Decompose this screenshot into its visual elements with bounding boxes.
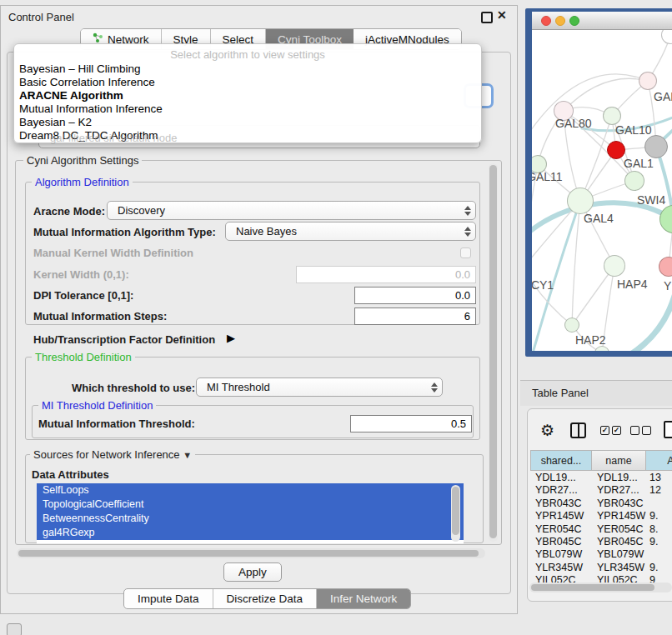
table-row[interactable]: YDR27... YDR27... 12 bbox=[530, 484, 672, 497]
settings-scrollbar-thumb[interactable] bbox=[489, 165, 497, 538]
cell: 12 bbox=[646, 484, 672, 497]
node-label: HAP2 bbox=[575, 333, 606, 347]
dropdown-item-selected[interactable]: ARACNE Algorithm bbox=[14, 89, 481, 102]
dropdown-prompt: Select algorithm to view settings bbox=[14, 47, 481, 62]
manual-kernel-checkbox[interactable] bbox=[460, 248, 471, 258]
select-all-checkboxes-icon[interactable]: ✓✓ bbox=[600, 426, 624, 441]
cell: YBL079W bbox=[530, 548, 592, 561]
mi-threshold-field[interactable]: 0.5 bbox=[350, 415, 472, 432]
attribute-item-selected[interactable]: SelfLoops bbox=[37, 483, 464, 498]
aracne-mode-value: Discovery bbox=[108, 204, 460, 217]
tab-discretize-data[interactable]: Discretize Data bbox=[213, 589, 318, 608]
document-icon[interactable] bbox=[664, 421, 672, 438]
column-header-name[interactable]: name bbox=[592, 450, 646, 471]
aracne-mode-label: Aracne Mode: bbox=[33, 205, 105, 218]
cell: 8. bbox=[646, 523, 672, 536]
cell: YDL19... bbox=[530, 472, 592, 484]
gear-icon[interactable]: ⚙ bbox=[540, 421, 554, 440]
mi-algorithm-type-value: Naive Bayes bbox=[226, 225, 460, 238]
cell: 9. bbox=[646, 562, 672, 574]
kernel-width-label: Kernel Width (0,1): bbox=[33, 268, 129, 281]
tab-label: Impute Data bbox=[138, 592, 199, 605]
table-row[interactable]: YBR043C YBR043C bbox=[530, 498, 672, 510]
manual-kernel-label: Manual Kernel Width Definition bbox=[33, 247, 193, 259]
cell: 9. bbox=[646, 536, 672, 548]
which-threshold-value: MI Threshold bbox=[197, 381, 427, 393]
dropdown-item[interactable]: Basic Correlation Inference bbox=[14, 76, 481, 89]
network-node-gal4[interactable] bbox=[567, 188, 594, 214]
network-node-gal10[interactable] bbox=[603, 107, 621, 125]
cell bbox=[646, 548, 672, 561]
dropdown-item[interactable]: Bayesian – K2 bbox=[14, 116, 481, 129]
attributes-scrollbar-thumb[interactable] bbox=[452, 487, 459, 535]
attribute-item-selected[interactable]: TopologicalCoefficient bbox=[37, 498, 464, 512]
apply-button[interactable]: Apply bbox=[223, 562, 282, 582]
cell: YBR043C bbox=[530, 498, 592, 510]
kernel-width-field[interactable]: 0.0 bbox=[296, 266, 476, 283]
table-hscrollbar-thumb[interactable] bbox=[531, 584, 654, 591]
aracne-mode-combo[interactable]: Discovery bbox=[107, 201, 476, 220]
tab-label: Discretize Data bbox=[227, 592, 303, 605]
table-hscrollbar-track[interactable] bbox=[529, 582, 672, 592]
attribute-item-selected[interactable]: gal4RGexp bbox=[37, 526, 464, 540]
dropdown-item[interactable]: Mutual Information Inference bbox=[14, 102, 481, 116]
table-row[interactable]: YPR145W YPR145W 9. bbox=[530, 510, 672, 522]
node-label: GAL10 bbox=[615, 123, 652, 137]
table-row[interactable]: YBR045C YBR045C 9. bbox=[530, 536, 672, 548]
zoom-traffic-light-icon[interactable] bbox=[569, 16, 579, 26]
collapse-arrow-icon[interactable]: ▼ bbox=[183, 450, 192, 460]
settings-group-title: Cyni Algorithm Settings bbox=[23, 154, 142, 167]
hub-definition-label[interactable]: Hub/Transcription Factor Definition bbox=[33, 333, 215, 346]
cell: YBR045C bbox=[530, 536, 592, 548]
unchecked-box-icon bbox=[630, 426, 639, 435]
dpi-tolerance-field[interactable]: 0.0 bbox=[354, 287, 476, 304]
mi-steps-field[interactable]: 6 bbox=[354, 308, 476, 325]
table-row[interactable]: YBL079W YBL079W bbox=[530, 548, 672, 561]
node-label: GAL bbox=[654, 90, 672, 103]
network-window-titlebar[interactable] bbox=[532, 12, 672, 30]
table-row[interactable]: YDL19... YDL19... 13 bbox=[530, 472, 672, 484]
network-node-gray[interactable] bbox=[644, 135, 668, 158]
dropdown-item[interactable]: Dream8 DC_TDC Algorithm bbox=[14, 129, 481, 142]
column-header-shared-name[interactable]: shared... bbox=[530, 450, 592, 471]
cell: YLR345W bbox=[592, 562, 646, 574]
sources-title-text: Sources for Network Inference bbox=[33, 448, 180, 461]
mi-algorithm-type-combo[interactable]: Naive Bayes bbox=[225, 222, 476, 241]
table-row[interactable]: YER054C YER054C 8. bbox=[530, 523, 672, 536]
tab-impute-data[interactable]: Impute Data bbox=[124, 589, 213, 608]
which-threshold-combo[interactable]: MI Threshold bbox=[196, 378, 443, 397]
split-columns-icon[interactable] bbox=[570, 422, 586, 438]
dropdown-item[interactable]: Bayesian – Hill Climbing bbox=[14, 62, 481, 76]
settings-scrollbar-track[interactable] bbox=[489, 163, 498, 542]
sources-title[interactable]: Sources for Network Inference ▼ bbox=[30, 448, 195, 461]
float-window-icon[interactable] bbox=[481, 12, 493, 23]
attribute-item-selected[interactable]: BetweennessCentrality bbox=[37, 512, 464, 526]
cell: YER054C bbox=[530, 523, 592, 536]
cell: YBL079W bbox=[592, 548, 646, 561]
network-node-hap4[interactable] bbox=[604, 255, 625, 277]
close-traffic-light-icon[interactable] bbox=[541, 16, 551, 26]
network-node[interactable] bbox=[639, 72, 657, 90]
cell: YPR145W bbox=[592, 510, 646, 522]
algorithm-dropdown-popup: Select algorithm to view settings Bayesi… bbox=[13, 43, 482, 143]
deselect-all-checkboxes-icon[interactable] bbox=[630, 426, 654, 441]
column-header-partial[interactable]: A bbox=[646, 450, 672, 471]
expander-arrow-icon[interactable]: ▶ bbox=[227, 332, 235, 344]
settings-hscrollbar-track[interactable] bbox=[17, 548, 485, 558]
which-threshold-label: Which threshold to use: bbox=[72, 382, 195, 394]
settings-hscrollbar-thumb[interactable] bbox=[18, 550, 479, 557]
network-node-gal1[interactable] bbox=[624, 171, 644, 191]
network-node-red[interactable] bbox=[607, 141, 625, 159]
mi-threshold-definition-title: MI Threshold Definition bbox=[38, 399, 156, 412]
minimize-traffic-light-icon[interactable] bbox=[555, 16, 565, 26]
tab-infer-network[interactable]: Infer Network bbox=[317, 589, 410, 608]
attributes-scrollbar-track[interactable] bbox=[451, 485, 460, 542]
minimized-panel-icon[interactable] bbox=[7, 623, 22, 635]
node-label: GAL80 bbox=[555, 117, 592, 130]
network-canvas[interactable]: GAL GAL80 GAL10 GAL1 GAL11 SWI4 GAL4 GCY… bbox=[532, 30, 672, 351]
table-row[interactable]: YLR345W YLR345W 9. bbox=[530, 562, 672, 574]
cell: YDL19... bbox=[592, 472, 646, 484]
data-attributes-list: SelfLoops TopologicalCoefficient Between… bbox=[37, 483, 464, 543]
network-node-hap2[interactable] bbox=[564, 318, 579, 332]
close-icon[interactable]: ✕ bbox=[497, 8, 507, 22]
